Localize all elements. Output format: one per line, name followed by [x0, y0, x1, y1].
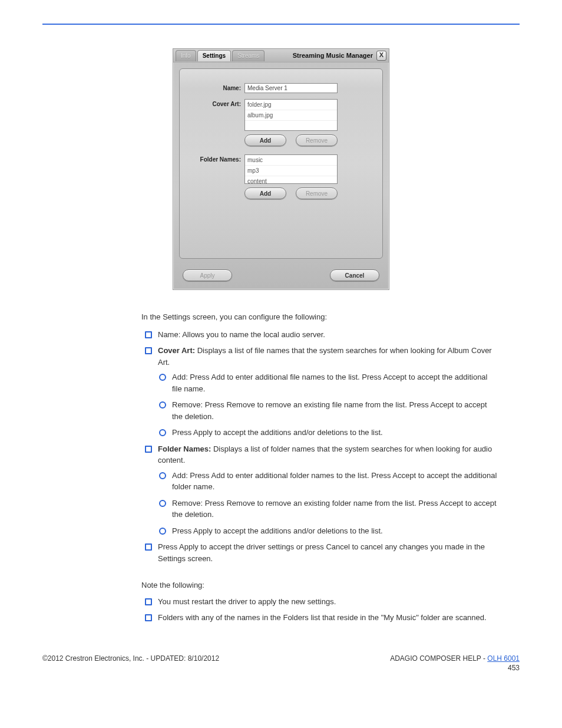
footer-left: ©2012 Crestron Electronics, Inc. - UPDAT… — [42, 654, 219, 672]
list-item[interactable]: album.jpg — [245, 110, 337, 121]
remove-button[interactable]: Remove — [296, 187, 338, 199]
row-name: Name: Media Server 1 — [194, 83, 368, 93]
page-footer: ©2012 Crestron Electronics, Inc. - UPDAT… — [42, 654, 520, 672]
add-button[interactable]: Add — [244, 187, 286, 199]
label-cover-art: Cover Art: — [194, 99, 244, 107]
footer-right-label: ADAGIO COMPOSER HELP - — [390, 654, 487, 663]
list-item[interactable]: folder.jpg — [245, 100, 337, 110]
dialog-title: Streaming Music Manager — [293, 52, 373, 59]
bullet-cover-art-prefix: Cover Art: — [158, 346, 197, 355]
tab-streams[interactable]: Streams — [232, 50, 265, 61]
streaming-music-manager-dialog: Info Settings Streams Streaming Music Ma… — [173, 48, 389, 290]
folder-names-list[interactable]: music mp3 content — [244, 154, 338, 184]
label-name: Name: — [194, 83, 244, 91]
dialog-footer: Apply Cancel — [173, 265, 389, 289]
label-folder-names: Folder Names: — [194, 154, 244, 163]
sub-add: Add: Press Add to enter additional folde… — [158, 470, 497, 493]
list-item — [245, 121, 337, 131]
cover-art-list[interactable]: folder.jpg album.jpg — [244, 99, 338, 131]
name-input[interactable]: Media Server 1 — [244, 83, 338, 93]
bullet-apply-cancel: Press Apply to accept the driver setting… — [141, 541, 497, 564]
tab-info[interactable]: Info — [176, 50, 196, 61]
remove-button[interactable]: Remove — [296, 134, 338, 146]
bullet-cover-art: Cover Art: Displays a list of file names… — [141, 345, 497, 439]
note-restart: You must restart the driver to apply the… — [141, 596, 497, 608]
sub-apply: Press Apply to accept the additions and/… — [158, 427, 497, 439]
dialog-titlebar: Info Settings Streams Streaming Music Ma… — [173, 49, 389, 62]
close-icon[interactable]: X — [376, 51, 386, 61]
top-rule — [42, 24, 520, 25]
add-button[interactable]: Add — [244, 134, 286, 146]
note-heading: Note the following: — [141, 579, 497, 591]
sub-remove: Remove: Press Remove to remove an existi… — [158, 399, 497, 422]
cancel-button[interactable]: Cancel — [330, 269, 379, 281]
apply-button[interactable]: Apply — [183, 269, 232, 281]
cover-art-buttons: Add Remove — [244, 134, 338, 146]
bullet-name: Name: Allows you to name the local audio… — [141, 329, 497, 341]
list-item[interactable]: music — [245, 155, 337, 166]
note-folders: Folders with any of the names in the Fol… — [141, 612, 497, 624]
tab-settings[interactable]: Settings — [197, 50, 231, 61]
list-item[interactable]: mp3 — [245, 166, 337, 176]
instructions: In the Settings screen, you can configur… — [141, 311, 497, 624]
footer-link[interactable]: OLH 6001 — [487, 654, 520, 663]
bullet-cover-art-body: Displays a list of file names that the s… — [158, 346, 492, 367]
sub-apply: Press Apply to accept the additions and/… — [158, 525, 497, 537]
folder-names-buttons: Add Remove — [244, 187, 338, 199]
row-cover-art: Cover Art: folder.jpg album.jpg Add Remo… — [194, 99, 368, 146]
bullet-folder-names: Folder Names: Displays a list of folder … — [141, 443, 497, 537]
sub-add: Add: Press Add to enter additional file … — [158, 371, 497, 394]
bullet-folder-names-prefix: Folder Names: — [158, 444, 213, 453]
lead-text: In the Settings screen, you can configur… — [141, 311, 497, 323]
sub-remove: Remove: Press Remove to remove an existi… — [158, 498, 497, 521]
dialog-body: Name: Media Server 1 Cover Art: folder.j… — [179, 68, 383, 259]
list-item[interactable]: content — [245, 176, 337, 186]
page-number: 453 — [390, 664, 520, 672]
row-folder-names: Folder Names: music mp3 content Add Remo… — [194, 154, 368, 199]
